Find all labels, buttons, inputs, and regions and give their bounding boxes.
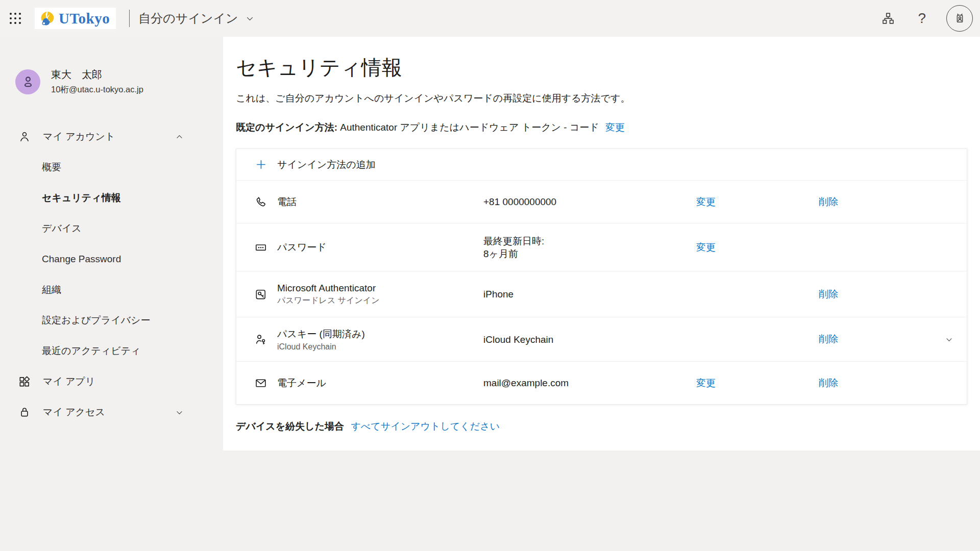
method-change-cell: 変更 [686,241,808,254]
method-row-authenticator: Microsoft Authenticatorパスワードレス サインインiPho… [236,271,967,317]
default-signin-method: 既定のサインイン方法: Authenticator アプリまたはハードウェア ト… [236,121,980,134]
ginkgo-leaf-icon [39,10,56,27]
sidebar-item-label: デバイス [42,222,82,235]
method-name: パスキー (同期済み) [277,328,471,341]
portal-title: 自分のサインイン [138,10,238,27]
method-change-cell: 変更 [686,377,808,390]
method-delete-cell: 削除 [808,377,931,390]
method-delete-cell: 削除 [808,288,931,301]
sidebar-item-マイ-アカウント[interactable]: マイ アカウント [0,121,223,152]
phone-icon [244,195,277,209]
plus-icon [244,159,277,170]
top-bar: UTokyo 自分のサインイン ? [0,0,980,37]
help-icon[interactable]: ? [918,10,926,27]
method-name-cell: 電話 [277,195,471,209]
delete-link[interactable]: 削除 [819,334,838,344]
page-subtitle: これは、ご自分のアカウントへのサインインやパスワードの再設定に使用する方法です。 [236,92,980,105]
sidebar-item-Change-Password[interactable]: Change Password [0,244,223,274]
sidebar-item-label: 概要 [42,161,61,174]
sign-out-all-link[interactable]: すべてサインアウトしてください [351,421,500,432]
sidebar-item-label: マイ アクセス [43,406,105,419]
method-delete-cell: 削除 [808,195,931,209]
method-name: 電子メール [277,377,471,390]
app-launcher-button[interactable] [3,6,28,31]
password-icon [244,241,277,254]
sidebar-item-設定およびプライバシー[interactable]: 設定およびプライバシー [0,305,223,336]
change-link[interactable]: 変更 [696,196,716,207]
method-detail: +81 0000000000 [471,195,686,208]
utokyo-logo[interactable]: UTokyo [35,8,116,29]
method-name-cell: パスキー (同期済み)iCloud Keychain [277,328,471,352]
sidebar-item-マイ-アプリ[interactable]: マイ アプリ [0,366,223,397]
delete-link[interactable]: 削除 [819,289,838,299]
passkey-icon [244,333,277,346]
method-subtitle: パスワードレス サインイン [277,295,471,306]
sidebar-item-label: マイ アカウント [43,130,115,143]
sidebar: 東大 太郎 10桁@utac.u-tokyo.ac.jp マイ アカウント概要セ… [0,37,223,551]
authenticator-icon [244,288,277,301]
page-title: セキュリティ情報 [236,54,980,82]
change-link[interactable]: 変更 [696,378,716,388]
chevron-down-icon[interactable] [945,335,953,344]
sidebar-item-最近のアクティビティ[interactable]: 最近のアクティビティ [0,336,223,366]
method-detail: iPhone [471,288,686,300]
sidebar-item-label: 最近のアクティビティ [42,344,141,358]
method-subtitle: iCloud Keychain [277,342,471,352]
lost-device-label: デバイスを紛失した場合 [236,421,344,432]
account-id-badge-icon[interactable] [946,5,973,32]
sidebar-nav: マイ アカウント概要セキュリティ情報デバイスChange Password組織設… [0,121,223,428]
lock-icon [18,406,31,419]
add-signin-method-button[interactable]: サインイン方法の追加 [236,149,967,180]
method-name: Microsoft Authenticator [277,283,471,294]
method-row-phone: 電話+81 0000000000変更削除 [236,180,967,223]
email-icon [244,377,277,390]
chevron-down-icon[interactable] [175,408,184,417]
default-method-change-link[interactable]: 変更 [605,122,625,133]
method-row-password: パスワード最終更新日時:8ヶ月前変更 [236,223,967,271]
apps-icon [18,375,31,388]
delete-link[interactable]: 削除 [819,378,838,388]
org-chart-icon[interactable] [881,11,895,26]
change-link[interactable]: 変更 [696,242,716,253]
method-name-cell: Microsoft Authenticatorパスワードレス サインイン [277,283,471,306]
chevron-down-icon[interactable] [246,14,254,23]
method-name-cell: パスワード [277,241,471,254]
sidebar-item-label: マイ アプリ [43,375,95,388]
user-email: 10桁@utac.u-tokyo.ac.jp [51,84,143,95]
sidebar-item-セキュリティ情報[interactable]: セキュリティ情報 [0,183,223,213]
sidebar-item-概要[interactable]: 概要 [0,152,223,183]
method-name-cell: 電子メール [277,377,471,390]
sidebar-item-label: セキュリティ情報 [42,191,121,205]
default-method-label: 既定のサインイン方法: [236,122,337,133]
brand-text: UTokyo [59,10,110,27]
signin-methods-card: サインイン方法の追加 電話+81 0000000000変更削除パスワード最終更新… [236,148,967,405]
sidebar-item-label: 組織 [42,283,61,296]
delete-link[interactable]: 削除 [819,196,838,207]
user-avatar[interactable] [15,69,40,94]
add-method-label: サインイン方法の追加 [277,158,376,171]
method-name: パスワード [277,241,471,254]
sidebar-item-マイ-アクセス[interactable]: マイ アクセス [0,397,223,428]
method-change-cell: 変更 [686,195,808,209]
person-icon [18,130,31,143]
topbar-divider [129,10,130,27]
default-method-value: Authenticator アプリまたはハードウェア トークン - コード [340,122,599,133]
method-row-passkey: パスキー (同期済み)iCloud KeychainiCloud Keychai… [236,317,967,361]
chevron-up-icon[interactable] [175,133,184,141]
sidebar-item-組織[interactable]: 組織 [0,274,223,305]
method-detail: mail@example.com [471,377,686,389]
sidebar-item-デバイス[interactable]: デバイス [0,213,223,244]
method-delete-cell: 削除 [808,333,931,346]
method-row-email: 電子メールmail@example.com変更削除 [236,361,967,404]
user-block: 東大 太郎 10桁@utac.u-tokyo.ac.jp [15,68,143,95]
main-content: セキュリティ情報 これは、ご自分のアカウントへのサインインやパスワードの再設定に… [223,37,980,450]
method-detail: iCloud Keychain [471,333,686,346]
sidebar-item-label: Change Password [42,254,121,265]
user-name: 東大 太郎 [51,68,143,82]
sidebar-item-label: 設定およびプライバシー [42,314,151,327]
method-name: 電話 [277,195,471,209]
lost-device-line: デバイスを紛失した場合 すべてサインアウトしてください [236,420,980,433]
method-detail: 最終更新日時:8ヶ月前 [471,235,686,260]
